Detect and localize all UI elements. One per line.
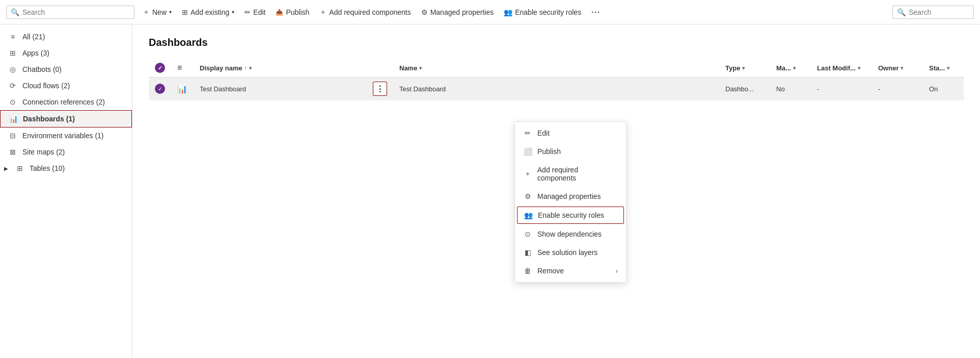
owner-filter-icon[interactable]: ▾ [901,65,903,71]
add-existing-label: Add existing [190,8,229,16]
publish-icon: 📤 [276,9,283,16]
connection-refs-icon: ⊙ [8,98,17,106]
managed-properties-label: Managed properties [430,8,494,16]
tables-icon: ⊞ [15,164,24,172]
name-filter-icon[interactable]: ▾ [419,65,422,71]
ctx-publish[interactable]: ⬜ Publish [515,142,626,161]
sidebar-item-cloud-flows[interactable]: ⟳ Cloud flows (2) [0,78,132,94]
ctx-enable-security-roles[interactable]: 👥 Enable security roles [517,207,624,224]
sidebar-item-site-maps[interactable]: ⊠ Site maps (2) [0,144,132,160]
ctx-remove-icon: 🗑 [523,267,532,275]
ctx-add-required[interactable]: ＋ Add required components [515,161,626,187]
toolbar-left: 🔍 [6,6,139,19]
ctx-managed-properties[interactable]: ⚙ Managed properties [515,187,626,206]
page-title: Dashboards [149,37,964,48]
sidebar-item-chatbots[interactable]: ◎ Chatbots (0) [0,61,132,78]
ctx-remove-arrow: › [615,267,618,275]
edit-button[interactable]: ✏ Edit [240,5,269,19]
col-header-owner[interactable]: Owner ▾ [872,59,923,78]
row-context-menu-cell[interactable]: ⋮ [367,78,393,100]
sidebar-label-environment-variables: Environment variables (1) [22,132,104,140]
col-header-check[interactable]: ✓ [149,59,171,78]
ctx-edit[interactable]: ✏ Edit [515,124,626,142]
edit-label: Edit [253,8,265,16]
modified-value: - [817,85,819,93]
row-check[interactable]: ✓ [149,78,171,100]
col-header-name[interactable]: Name ▾ [393,59,719,78]
ctx-add-required-icon: ＋ [523,169,532,178]
sidebar-label-dashboards: Dashboards (1) [23,115,75,123]
col-header-display-name[interactable]: Display name ↑ ▾ [194,59,367,78]
dashboard-row-icon: 📊 [177,85,187,93]
sidebar-label-all: All (21) [22,33,45,41]
col-header-threedot [367,59,393,78]
ctx-show-dependencies[interactable]: ⊙ Show dependencies [515,225,626,243]
ctx-layers-icon: ◧ [523,248,532,257]
select-all-check[interactable]: ✓ [155,63,165,73]
table-row[interactable]: ✓ 📊 Test Dashboard ⋮ Test Dashboard [149,78,964,100]
ctx-publish-label: Publish [537,147,561,156]
sidebar-item-connection-references[interactable]: ⊙ Connection references (2) [0,94,132,110]
toolbar: 🔍 ＋ New ▾ ⊞ Add existing ▾ ✏ Edit 📤 Publ… [0,0,980,24]
tables-expand-icon: ▶ [4,166,8,171]
search-input-left[interactable] [22,8,130,16]
name-value: Test Dashboard [399,85,446,93]
new-button[interactable]: ＋ New ▾ [139,5,176,20]
ctx-managed-label: Managed properties [537,192,601,200]
ctx-edit-label: Edit [537,129,550,137]
col-header-type[interactable]: Type ▾ [719,59,770,78]
search-box-right[interactable]: 🔍 [892,6,974,19]
search-input-right[interactable] [909,8,969,16]
type-value: Dashbo... [725,85,754,93]
ctx-remove[interactable]: 🗑 Remove › [515,262,626,280]
more-icon: ··· [591,8,601,16]
sidebar-item-environment-variables[interactable]: ⊟ Environment variables (1) [0,127,132,144]
more-button[interactable]: ··· [587,5,605,19]
col-header-managed[interactable]: Ma... ▾ [770,59,811,78]
modified-filter-icon[interactable]: ▾ [858,65,860,71]
row-status: On [923,78,964,100]
owner-value: - [878,85,880,93]
managed-filter-icon[interactable]: ▾ [793,65,796,71]
status-filter-icon[interactable]: ▾ [947,65,949,71]
sidebar-item-apps[interactable]: ⊞ Apps (3) [0,45,132,61]
col-name-label: Name [399,64,417,72]
publish-button[interactable]: 📤 Publish [271,5,313,19]
col-managed-label: Ma... [776,64,791,72]
add-existing-button[interactable]: ⊞ Add existing ▾ [178,5,238,19]
search-box-left[interactable]: 🔍 [6,6,134,19]
status-value: On [929,85,938,93]
sidebar-label-connection-references: Connection references (2) [22,98,105,106]
ctx-remove-label: Remove [537,267,564,275]
content-area: Dashboards ✓ ≡ D [132,24,980,358]
add-existing-dropdown-icon: ▾ [232,9,234,15]
type-filter-icon[interactable]: ▾ [742,65,745,71]
col-header-status[interactable]: Sta... ▾ [923,59,964,78]
sidebar-label-apps: Apps (3) [22,49,49,57]
col-header-modified[interactable]: Last Modif... ▾ [811,59,872,78]
sidebar-item-tables[interactable]: ▶ ⊞ Tables (10) [0,160,132,176]
dashboards-icon: 📊 [9,115,18,123]
row-checkbox[interactable]: ✓ [155,84,165,94]
col-display-name-label: Display name [200,64,242,72]
env-vars-icon: ⊟ [8,132,17,140]
sidebar-item-all[interactable]: ≡ All (21) [0,29,132,45]
add-required-button[interactable]: ＋ Add required components [315,5,415,20]
sidebar-item-dashboards[interactable]: 📊 Dashboards (1) [0,110,132,127]
table-header-row: ✓ ≡ Display name ↑ ▾ [149,59,964,78]
new-dropdown-icon: ▾ [169,9,172,15]
display-name-filter-icon[interactable]: ▾ [249,65,252,71]
row-managed: No [770,78,811,100]
managed-properties-button[interactable]: ⚙ Managed properties [417,5,498,19]
ctx-see-solution-layers[interactable]: ◧ See solution layers [515,243,626,262]
three-dot-button[interactable]: ⋮ [373,82,387,96]
apps-icon: ⊞ [8,49,17,57]
ctx-dependencies-label: Show dependencies [537,230,602,238]
sidebar-label-site-maps: Site maps (2) [22,148,65,156]
col-header-list[interactable]: ≡ [171,59,194,78]
enable-security-roles-button[interactable]: 👥 Enable security roles [500,5,585,19]
sidebar-label-cloud-flows: Cloud flows (2) [22,82,70,90]
enable-security-icon: 👥 [504,8,512,16]
row-name: Test Dashboard [393,78,719,100]
publish-label: Publish [286,8,309,16]
